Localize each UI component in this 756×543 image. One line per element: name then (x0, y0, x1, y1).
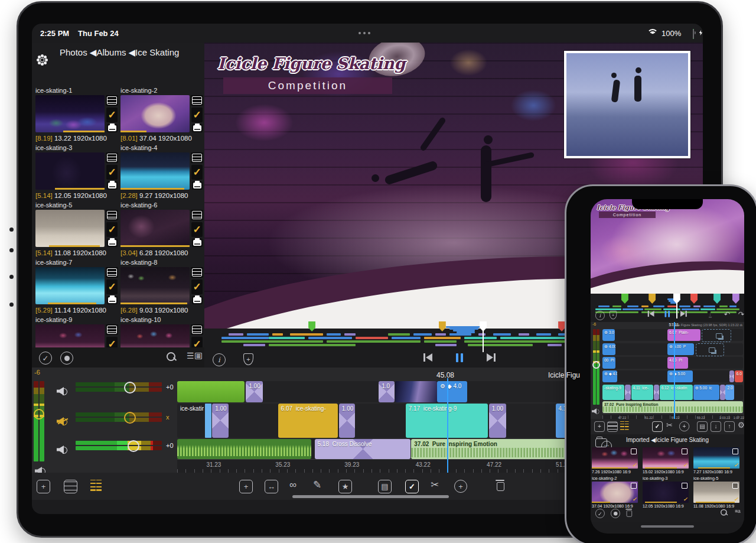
select-icon[interactable]: ✓ (405, 480, 419, 493)
clip-thumbnail[interactable] (120, 210, 190, 247)
timeline-clip[interactable]: ice-skatin (177, 404, 204, 438)
library-item[interactable]: ice-skating-10✓ (120, 316, 203, 324)
clip-thumbnail[interactable] (35, 210, 105, 247)
timeline-clip[interactable]: 2.0 (725, 385, 734, 400)
clip-thumbnail[interactable]: ✓ (693, 447, 739, 469)
search-button[interactable] (167, 352, 175, 361)
select-checkbox[interactable] (682, 448, 687, 454)
paste-icon[interactable]: ▤ (378, 480, 392, 493)
timeline-clip[interactable] (625, 385, 631, 400)
timeline-clip[interactable]: 6.12 ice-skatin (660, 385, 693, 400)
undo-button[interactable]: ↶ (724, 311, 730, 318)
clip-thumbnail[interactable]: ✓ (693, 482, 739, 503)
select-mode-button[interactable]: ✓ (39, 352, 52, 365)
clip-list-icon[interactable] (607, 421, 618, 432)
track-mute-button[interactable] (57, 417, 67, 425)
timeline-clip[interactable] (654, 385, 659, 400)
timeline-clip[interactable]: 6.07 ice-skating- (278, 404, 338, 438)
timeline-clip[interactable]: 37.02 Pure Inspiring Emotion (411, 439, 584, 459)
save-project-icon[interactable]: ↓ (711, 421, 721, 432)
marker-flag-icon[interactable] (439, 321, 446, 331)
record-voiceover-button[interactable] (611, 509, 620, 518)
skip-back-button[interactable] (647, 311, 654, 317)
clip-thumbnail[interactable]: ✓ (643, 447, 689, 469)
timeline-clip[interactable] (506, 404, 555, 438)
split-clip-icon[interactable]: ✂ (431, 480, 439, 490)
track-volume-knob[interactable] (128, 440, 139, 452)
playhead[interactable] (447, 378, 448, 473)
redo-button[interactable]: ↷ (738, 311, 744, 318)
timeline-clip[interactable] (177, 439, 311, 459)
imported-item[interactable]: ice-skating-3✓12.05 1920x1080 16:9 (643, 476, 691, 481)
library-item[interactable]: ice-skating-7✓[5.29] 11.14 1920x1080 (35, 259, 118, 266)
library-breadcrumb[interactable]: Photos ◀Albums ◀Ice Skating (60, 47, 179, 58)
add-icon[interactable]: + (679, 421, 689, 431)
timeline-clip[interactable]: 1.00 (339, 404, 355, 438)
track-layout-icon[interactable] (90, 480, 102, 491)
timeline-clip[interactable] (696, 343, 724, 356)
library-item[interactable]: ice-skating-4✓[2.28] 9.27 1920x1080 (120, 144, 203, 152)
insert-clip-icon[interactable]: + (239, 480, 253, 493)
delete-icon[interactable] (626, 509, 632, 516)
clip-thumbnail[interactable] (120, 95, 190, 132)
clip-thumbnail[interactable] (35, 152, 105, 190)
timeline-clip[interactable] (205, 404, 211, 438)
track-mute-button[interactable] (57, 446, 67, 454)
multitasking-dots-icon[interactable] (359, 32, 376, 34)
marker-flag-icon[interactable] (621, 294, 628, 304)
phone-video-preview[interactable]: Icicle Figure Skating Competition (591, 199, 744, 294)
clip-list-icon[interactable] (64, 480, 77, 493)
clip-thumbnail[interactable] (35, 95, 105, 132)
timeline-clip[interactable] (702, 329, 731, 342)
select-checkbox[interactable] (732, 483, 738, 489)
timeline-clip[interactable]: 00 Pl (602, 357, 615, 369)
imported-item[interactable]: ice-skating-5✓11.08 1920x1080 16:9 (693, 476, 742, 481)
timeline-clip[interactable] (177, 381, 245, 402)
delete-icon[interactable] (496, 480, 504, 490)
add-to-timeline-icon[interactable]: + (594, 421, 605, 432)
select-checkbox[interactable] (682, 483, 687, 489)
timeline-clip[interactable] (729, 370, 734, 382)
select-checkbox[interactable] (631, 483, 637, 489)
marker-flag-icon[interactable] (649, 294, 656, 304)
pause-button[interactable] (455, 353, 464, 362)
library-item[interactable]: ice-skating-9✓ (35, 316, 118, 324)
library-item[interactable]: ice-skating-8✓[6.28] 9.03 1920x1080 (120, 259, 203, 266)
link-clips-icon[interactable]: ∞ (289, 480, 296, 490)
playhead[interactable] (674, 322, 675, 419)
timeline-clip[interactable]: 6.0 (735, 370, 743, 382)
record-voiceover-button[interactable] (60, 352, 73, 365)
timeline-ruler[interactable]: 31.2335.2339.2343.2247.2251.22 (177, 459, 584, 473)
sort-list-button[interactable]: ☰▦ (187, 352, 202, 360)
picture-in-picture[interactable] (564, 51, 690, 158)
clip-thumbnail[interactable] (120, 152, 190, 190)
add-marker-button[interactable]: + (610, 311, 617, 319)
timeline-clip[interactable]: 5.18 Cross Dissolve (315, 439, 410, 459)
library-item[interactable]: ice-skating-6✓[3.04] 6.28 1920x1080 (120, 201, 203, 209)
track-mute-button[interactable] (57, 387, 67, 395)
select-checkbox[interactable] (631, 448, 637, 454)
export-frame-button[interactable]: ↓ (709, 311, 712, 318)
imported-item[interactable]: ice-skating-2✓37.04 1920x1080 16:9 (592, 476, 640, 481)
clip-thumbnail[interactable]: ✓ (643, 482, 689, 503)
marker-flag-icon[interactable] (690, 294, 698, 304)
timeline-clip[interactable]: 1.00 (246, 381, 263, 402)
clip-thumbnail[interactable] (120, 267, 190, 304)
search-button[interactable] (721, 509, 727, 516)
clip-thumbnail[interactable] (35, 267, 105, 304)
timeline-clip[interactable]: 1.00 (489, 404, 506, 438)
timeline-clip[interactable]: 1.00 (212, 404, 229, 438)
info-button[interactable]: i (213, 353, 226, 366)
timeline-clip[interactable] (720, 385, 725, 400)
track-layout-icon[interactable] (620, 421, 629, 430)
sort-alpha-button[interactable]: ≡a (735, 509, 741, 514)
add-marker-button[interactable]: + (243, 353, 253, 365)
timeline-clip[interactable]: 37.02 Pure Inspiring Emotion (602, 401, 743, 413)
timeline-clip[interactable]: ⚙ 5.00 P (667, 343, 694, 355)
library-item[interactable]: ice-skating-5✓[5.14] 11.08 1920x1080 (35, 201, 118, 209)
timeline-clip[interactable]: 6.07 Plain- (667, 329, 700, 341)
select-icon[interactable]: ✓ (652, 421, 663, 432)
track-volume-knob[interactable] (124, 412, 136, 424)
timeline-clip[interactable]: ⚙ 3.0 (602, 329, 615, 341)
clip-thumbnail[interactable]: ✓ (592, 447, 638, 469)
